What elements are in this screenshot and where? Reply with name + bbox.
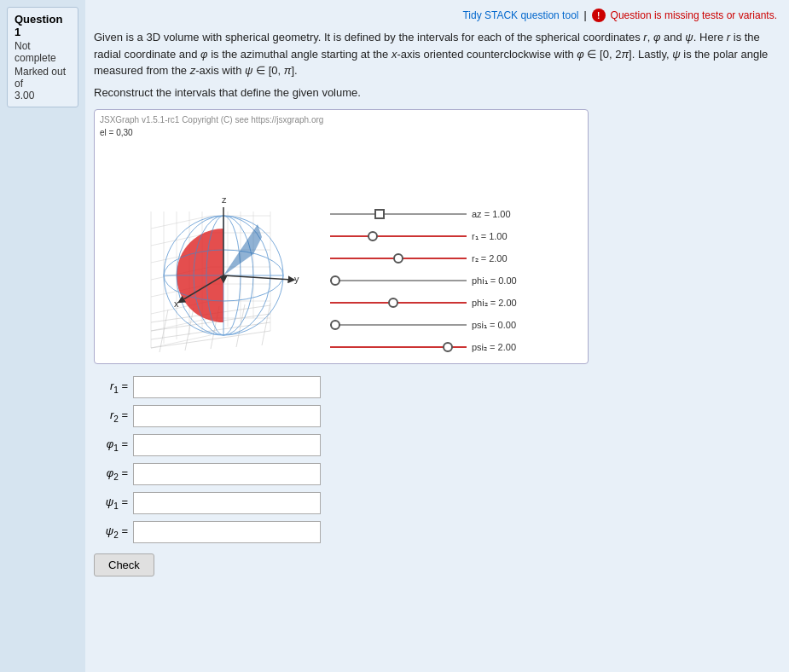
graph-header: JSXGraph v1.5.1-rc1 Copyright (C) see ht… — [100, 115, 583, 125]
r1-input-label: r1 = — [94, 379, 128, 395]
psi2-input-label: ψ2 = — [94, 524, 128, 540]
question-marked: Marked out of 3.00 — [15, 66, 71, 101]
3d-graph-svg[interactable]: z y x — [100, 139, 322, 369]
separator: | — [583, 9, 586, 21]
main-content: Tidy STACK question tool | ! Question is… — [85, 0, 789, 672]
svg-line-8 — [262, 303, 270, 345]
graph-container: JSXGraph v1.5.1-rc1 Copyright (C) see ht… — [94, 109, 589, 364]
psi1-input[interactable] — [133, 492, 321, 514]
psi1-thumb[interactable] — [330, 320, 340, 330]
sidebar: Question 1 Not complete Marked out of 3.… — [0, 0, 85, 672]
r1-input-row: r1 = — [94, 376, 777, 398]
psi2-slider-row: psi₂ = 2.00 — [330, 339, 583, 355]
phi2-thumb[interactable] — [388, 298, 398, 308]
graph-area: el = 0,30 — [100, 128, 583, 358]
svg-line-17 — [151, 335, 211, 348]
phi2-input[interactable] — [133, 463, 321, 485]
r1-input[interactable] — [133, 376, 321, 398]
input-section: r1 = r2 = φ1 = φ2 = ψ1 = ψ2 = — [94, 376, 777, 543]
warning-icon: ! — [592, 9, 606, 22]
psi2-thumb[interactable] — [443, 342, 453, 352]
r2-label: r₂ = 2.00 — [472, 253, 536, 264]
r1-label: r₁ = 1.00 — [472, 231, 536, 242]
x-axis-label: x — [174, 298, 179, 309]
warning-message: Question is missing tests or variants. — [611, 9, 777, 21]
tidy-stack-link[interactable]: Tidy STACK question tool — [462, 9, 578, 21]
r2-input-row: r2 = — [94, 405, 777, 427]
instruction-paragraph: Reconstruct the intervals that define th… — [94, 84, 777, 101]
phi2-label: phi₂ = 2.00 — [472, 298, 536, 309]
description-paragraph: Given is a 3D volume with spherical geom… — [94, 29, 777, 79]
question-title: Question 1 — [15, 13, 71, 38]
psi1-label: psi₁ = 0.00 — [472, 320, 536, 331]
phi1-input-label: φ1 = — [94, 437, 128, 453]
psi2-label: psi₂ = 2.00 — [472, 342, 536, 353]
r1-thumb[interactable] — [368, 231, 378, 241]
az-slider-row: az = 1.00 — [330, 206, 583, 222]
psi1-input-row: ψ1 = — [94, 492, 777, 514]
slider-controls: az = 1.00 r₁ = 1.00 r₂ = 2.00 — [330, 128, 583, 358]
r2-input-label: r2 = — [94, 408, 128, 424]
psi2-input[interactable] — [133, 521, 321, 543]
phi1-slider-row: phi₁ = 0.00 — [330, 273, 583, 288]
question-description: Given is a 3D volume with spherical geom… — [94, 29, 777, 101]
el-label: el = 0,30 — [100, 128, 322, 137]
r2-input[interactable] — [133, 405, 321, 427]
r2-thumb[interactable] — [393, 253, 403, 264]
y-axis-label: y — [294, 274, 299, 284]
question-info-box: Question 1 Not complete Marked out of 3.… — [7, 7, 78, 107]
svg-line-2 — [151, 322, 270, 339]
phi1-thumb[interactable] — [330, 275, 340, 286]
r1-slider-row: r₁ = 1.00 — [330, 229, 583, 244]
svg-line-44 — [223, 275, 292, 280]
z-axis-label: z — [222, 194, 227, 205]
psi2-input-row: ψ2 = — [94, 521, 777, 543]
phi1-input[interactable] — [133, 434, 321, 456]
phi2-input-row: φ2 = — [94, 463, 777, 485]
r2-slider-row: r₂ = 2.00 — [330, 251, 583, 266]
phi1-label: phi₁ = 0.00 — [472, 275, 536, 287]
az-thumb[interactable] — [374, 209, 385, 219]
phi2-slider-row: phi₂ = 2.00 — [330, 295, 583, 310]
check-button[interactable]: Check — [94, 553, 154, 576]
question-status: Not complete — [15, 40, 71, 64]
phi1-input-row: φ1 = — [94, 434, 777, 456]
az-label: az = 1.00 — [472, 209, 536, 219]
top-bar: Tidy STACK question tool | ! Question is… — [94, 9, 777, 22]
graph-visualization[interactable]: el = 0,30 — [100, 128, 322, 358]
psi1-slider-row: psi₁ = 0.00 — [330, 317, 583, 333]
phi2-input-label: φ2 = — [94, 466, 128, 482]
psi1-input-label: ψ1 = — [94, 495, 128, 511]
